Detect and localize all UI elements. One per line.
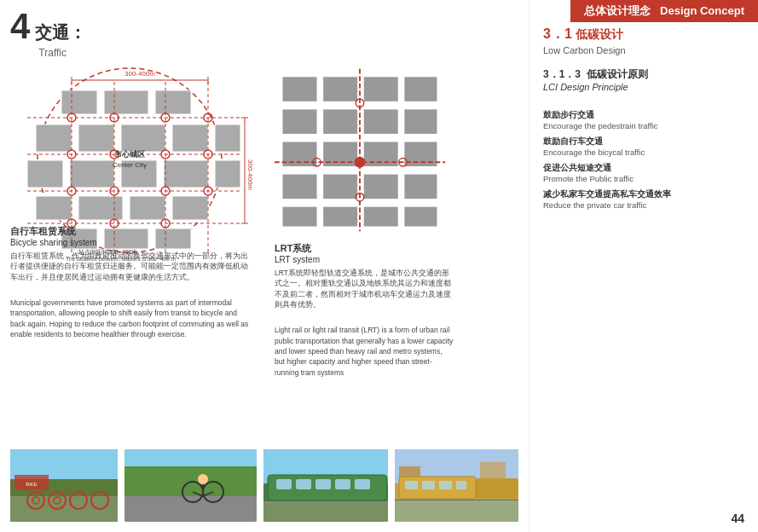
lrt-diagram: LRT系统 LRT system LRT系统即轻型轨道交通系统，是城市公共交通的… bbox=[275, 65, 462, 378]
list-item-1-cn: 鼓励步行交通 bbox=[543, 109, 744, 121]
photo-bike-parking: BIKE bbox=[10, 449, 118, 522]
section-title-row: 4 交通： Traffic bbox=[10, 9, 518, 60]
svg-text:300-400m: 300-400m bbox=[124, 70, 155, 78]
right-title-section: 3．1 低碳设计 Low Carbon Design 3．1．3 低碳设计原则 … bbox=[543, 26, 744, 92]
list-item-3-cn: 促进公共短途交通 bbox=[543, 162, 744, 174]
svg-rect-62 bbox=[364, 109, 398, 134]
right-section-num: 3．1 bbox=[543, 26, 572, 41]
svg-rect-6 bbox=[121, 124, 165, 152]
bicycle-title-en: Bicycle sharing system bbox=[10, 238, 257, 247]
photo-lrt-yellow bbox=[395, 449, 518, 522]
photos-row: BIKE bbox=[10, 449, 518, 522]
header-bar: 总体设计理念 Design Concept bbox=[570, 0, 758, 22]
svg-text:Center City: Center City bbox=[113, 161, 147, 169]
lrt-label-cn: LRT系统 bbox=[275, 242, 462, 255]
svg-rect-60 bbox=[283, 109, 317, 134]
svg-text:BIKE: BIKE bbox=[26, 482, 38, 487]
right-subsection-en: LCI Design Principle bbox=[543, 82, 744, 92]
svg-rect-4 bbox=[36, 124, 72, 152]
list-item-3: 促进公共短途交通 Promote the Public traffic bbox=[543, 162, 744, 183]
svg-rect-73 bbox=[323, 207, 357, 227]
right-list: 鼓励步行交通 Encourage the pedestrain traffic … bbox=[543, 109, 744, 210]
photo-cyclist bbox=[124, 449, 257, 522]
svg-point-79 bbox=[355, 158, 364, 167]
svg-rect-61 bbox=[323, 109, 357, 134]
section-title-cn: 交通： bbox=[35, 23, 86, 42]
list-item-2: 鼓励自行车交通 Encourage the bicycal traffic bbox=[543, 136, 744, 157]
right-panel: 3．1 低碳设计 Low Carbon Design 3．1．3 低碳设计原则 … bbox=[529, 0, 758, 532]
svg-text:市心城区: 市心城区 bbox=[114, 149, 145, 159]
svg-rect-71 bbox=[404, 175, 437, 200]
svg-rect-110 bbox=[335, 479, 350, 489]
svg-rect-95 bbox=[124, 466, 257, 500]
svg-rect-8 bbox=[215, 124, 240, 152]
svg-rect-17 bbox=[172, 196, 208, 220]
right-section-cn: 低碳设计 bbox=[576, 27, 623, 41]
svg-rect-5 bbox=[78, 124, 114, 152]
list-item-1-en: Encourage the pedestrain traffic bbox=[543, 121, 744, 130]
svg-rect-10 bbox=[70, 160, 114, 188]
svg-rect-109 bbox=[315, 479, 331, 489]
lrt-grid-svg bbox=[275, 65, 445, 235]
svg-rect-72 bbox=[283, 207, 317, 227]
header-section-cn: 总体设计理念 bbox=[584, 4, 651, 17]
left-panel: 4 交通： Traffic bbox=[0, 0, 529, 532]
bicycle-body-cn: 自行车租赁系统，作为由政府推动的换驾交通形式中的一部分，将为出行者提供便捷的自行… bbox=[10, 251, 249, 282]
page-number: 44 bbox=[731, 512, 744, 525]
list-item-3-en: Promote the Public traffic bbox=[543, 174, 744, 183]
svg-point-99 bbox=[198, 474, 208, 484]
header-section-en: Design Concept bbox=[660, 4, 744, 17]
list-item-4: 减少私家车交通提高私车交通效率 Reduce the private car t… bbox=[543, 188, 744, 210]
bicycle-body-en: Municipal governments have promoted syst… bbox=[10, 298, 249, 339]
svg-rect-108 bbox=[296, 479, 311, 489]
section-number: 4 bbox=[10, 9, 30, 44]
section-title-en: Traffic bbox=[38, 47, 67, 59]
svg-rect-14 bbox=[36, 196, 72, 220]
svg-rect-63 bbox=[404, 109, 437, 134]
svg-rect-107 bbox=[276, 479, 292, 489]
lrt-label-en: LRT system bbox=[275, 255, 462, 264]
svg-rect-12 bbox=[164, 160, 208, 188]
svg-rect-75 bbox=[404, 207, 437, 227]
svg-rect-15 bbox=[78, 196, 123, 220]
bicycle-title-cn: 自行车租赁系统 bbox=[10, 225, 257, 238]
svg-rect-13 bbox=[215, 160, 240, 188]
svg-rect-111 bbox=[355, 479, 370, 489]
svg-rect-57 bbox=[323, 77, 357, 101]
list-item-4-en: Reduce the private car traffic bbox=[543, 200, 744, 210]
svg-rect-58 bbox=[364, 77, 398, 101]
svg-rect-59 bbox=[404, 77, 437, 101]
svg-rect-123 bbox=[439, 481, 452, 489]
svg-rect-56 bbox=[283, 77, 317, 101]
svg-rect-7 bbox=[172, 124, 208, 152]
svg-rect-84 bbox=[10, 449, 118, 479]
photo-lrt-green bbox=[263, 449, 387, 522]
svg-rect-2 bbox=[104, 90, 148, 114]
svg-rect-74 bbox=[364, 207, 398, 227]
svg-rect-70 bbox=[364, 175, 398, 200]
svg-rect-9 bbox=[27, 160, 63, 188]
svg-rect-124 bbox=[456, 481, 466, 489]
svg-rect-3 bbox=[155, 90, 191, 114]
svg-rect-68 bbox=[283, 175, 317, 200]
svg-rect-122 bbox=[422, 481, 435, 489]
svg-rect-126 bbox=[395, 500, 518, 522]
lrt-body-en: Light rail or light rail transit (LRT) i… bbox=[275, 325, 454, 378]
svg-rect-113 bbox=[263, 503, 387, 522]
right-subsection-num: 3．1．3 低碳设计原则 bbox=[543, 67, 744, 82]
svg-text:300-400m: 300-400m bbox=[246, 159, 254, 190]
bicycle-text-section: 自行车租赁系统 Bicycle sharing system 自行车租赁系统，作… bbox=[10, 222, 257, 339]
svg-rect-119 bbox=[476, 478, 518, 499]
list-item-2-en: Encourage the bicycal traffic bbox=[543, 147, 744, 157]
lrt-body-cn: LRT系统即轻型轨道交通系统，是城市公共交通的形式之一。相对重轨交通以及地铁系统… bbox=[275, 268, 454, 309]
svg-rect-69 bbox=[323, 175, 357, 200]
list-item-4-cn: 减少私家车交通提高私车交通效率 bbox=[543, 188, 744, 200]
svg-rect-16 bbox=[130, 196, 165, 220]
svg-rect-1 bbox=[61, 90, 97, 114]
svg-rect-121 bbox=[405, 481, 418, 489]
right-section-en: Low Carbon Design bbox=[543, 45, 744, 55]
list-item-1: 鼓励步行交通 Encourage the pedestrain traffic bbox=[543, 109, 744, 130]
list-item-2-cn: 鼓励自行车交通 bbox=[543, 136, 744, 147]
svg-rect-96 bbox=[124, 496, 257, 522]
